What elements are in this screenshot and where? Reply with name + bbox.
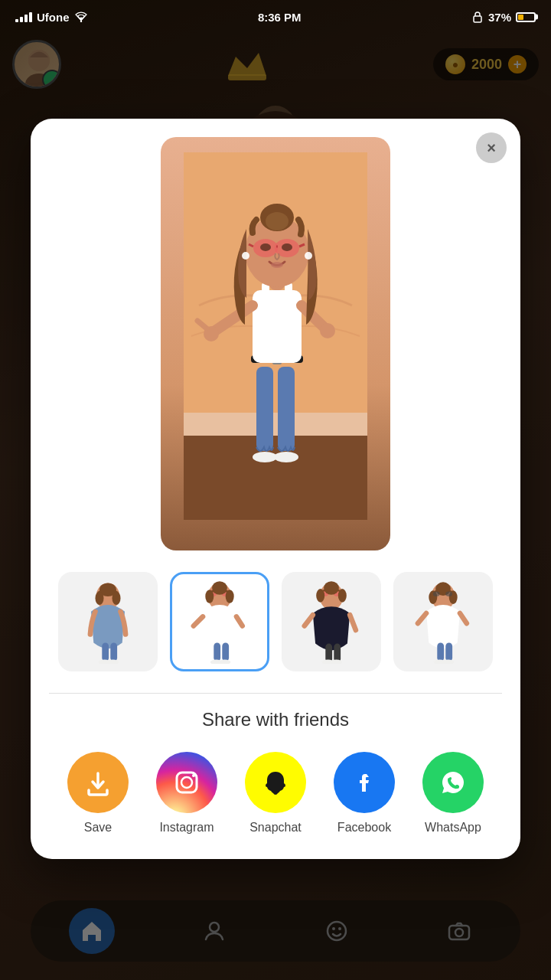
- svg-rect-76: [437, 643, 444, 662]
- svg-line-69: [350, 615, 356, 630]
- share-modal: ×: [31, 119, 520, 859]
- thumbnails-row: [49, 572, 502, 671]
- svg-point-79: [442, 660, 454, 665]
- svg-line-56: [194, 616, 203, 626]
- whatsapp-icon-circle: [422, 752, 484, 813]
- share-instagram-button[interactable]: Instagram: [156, 752, 217, 835]
- svg-rect-1: [474, 16, 481, 22]
- svg-rect-53: [222, 643, 229, 662]
- status-left: Ufone: [15, 11, 88, 24]
- thumbnail-1[interactable]: [58, 572, 158, 671]
- svg-point-89: [192, 774, 195, 777]
- snapchat-icon: [259, 766, 292, 799]
- share-icons-row: Save Instagram Snapchat: [49, 752, 502, 835]
- svg-point-62: [226, 590, 234, 603]
- svg-point-50: [112, 591, 121, 605]
- svg-point-86: [445, 591, 452, 596]
- battery-tip: [536, 15, 538, 20]
- svg-point-60: [212, 581, 227, 595]
- svg-point-40: [266, 212, 289, 230]
- svg-rect-21: [253, 290, 302, 363]
- share-snapchat-button[interactable]: Snapchat: [245, 752, 306, 835]
- facebook-icon: [348, 766, 380, 799]
- battery-fill: [518, 15, 523, 20]
- wifi-icon: [74, 11, 88, 22]
- svg-rect-44: [102, 643, 109, 662]
- svg-rect-77: [445, 643, 452, 662]
- avatar-display: [161, 137, 390, 550]
- share-facebook-button[interactable]: Facebook: [334, 752, 395, 835]
- svg-line-68: [305, 615, 313, 626]
- share-divider: [49, 693, 502, 694]
- battery-icon: [516, 12, 536, 22]
- share-title: Share with friends: [49, 709, 502, 730]
- lock-icon: [471, 11, 484, 23]
- close-icon: ×: [487, 139, 496, 157]
- share-save-button[interactable]: Save: [67, 752, 129, 835]
- svg-point-28: [320, 323, 335, 338]
- svg-point-42: [305, 252, 312, 260]
- instagram-icon: [171, 766, 203, 799]
- svg-line-80: [418, 613, 426, 623]
- svg-rect-16: [278, 367, 295, 451]
- svg-point-18: [274, 452, 298, 462]
- svg-line-57: [236, 616, 243, 626]
- snapchat-icon-circle: [245, 752, 306, 813]
- svg-rect-15: [256, 367, 273, 451]
- svg-point-67: [331, 660, 342, 665]
- thumbnail-2[interactable]: [170, 572, 269, 671]
- svg-point-74: [338, 589, 347, 603]
- svg-point-61: [205, 590, 214, 603]
- svg-point-88: [181, 777, 192, 788]
- status-time: 8:36 PM: [258, 11, 302, 24]
- svg-point-17: [253, 452, 277, 462]
- share-whatsapp-button[interactable]: WhatsApp: [422, 752, 484, 835]
- whatsapp-label: WhatsApp: [425, 821, 481, 835]
- instagram-icon-circle: [156, 752, 217, 813]
- svg-rect-52: [214, 643, 220, 662]
- svg-point-37: [282, 243, 292, 251]
- svg-point-73: [316, 589, 324, 603]
- whatsapp-icon: [437, 766, 469, 799]
- facebook-icon-circle: [334, 752, 395, 813]
- svg-point-0: [80, 21, 81, 22]
- svg-point-38: [271, 262, 283, 268]
- svg-point-41: [242, 252, 249, 260]
- instagram-label: Instagram: [159, 821, 214, 835]
- svg-point-55: [219, 660, 230, 665]
- svg-line-81: [460, 613, 467, 623]
- avatar-character: [184, 152, 367, 520]
- svg-rect-14: [184, 413, 367, 436]
- svg-rect-45: [110, 643, 117, 662]
- battery-pct: 37%: [488, 11, 511, 24]
- signal-bars: [15, 12, 32, 22]
- avatar-scene: [161, 137, 390, 550]
- svg-rect-64: [325, 644, 332, 662]
- save-icon: [83, 767, 113, 798]
- svg-point-36: [260, 243, 271, 251]
- snapchat-label: Snapchat: [249, 821, 302, 835]
- svg-point-72: [324, 581, 339, 595]
- svg-point-85: [433, 591, 440, 596]
- save-icon-circle: [67, 752, 129, 813]
- svg-rect-13: [184, 428, 367, 520]
- svg-rect-65: [334, 644, 341, 662]
- status-bar: Ufone 8:36 PM 37%: [0, 0, 551, 34]
- status-right: 37%: [471, 11, 536, 24]
- svg-point-47: [107, 660, 119, 665]
- facebook-label: Facebook: [337, 821, 391, 835]
- thumbnail-4[interactable]: [393, 572, 493, 671]
- svg-point-49: [96, 591, 104, 605]
- carrier-label: Ufone: [37, 11, 70, 24]
- close-button[interactable]: ×: [476, 132, 507, 163]
- thumbnail-3[interactable]: [282, 572, 381, 671]
- save-label: Save: [84, 821, 112, 835]
